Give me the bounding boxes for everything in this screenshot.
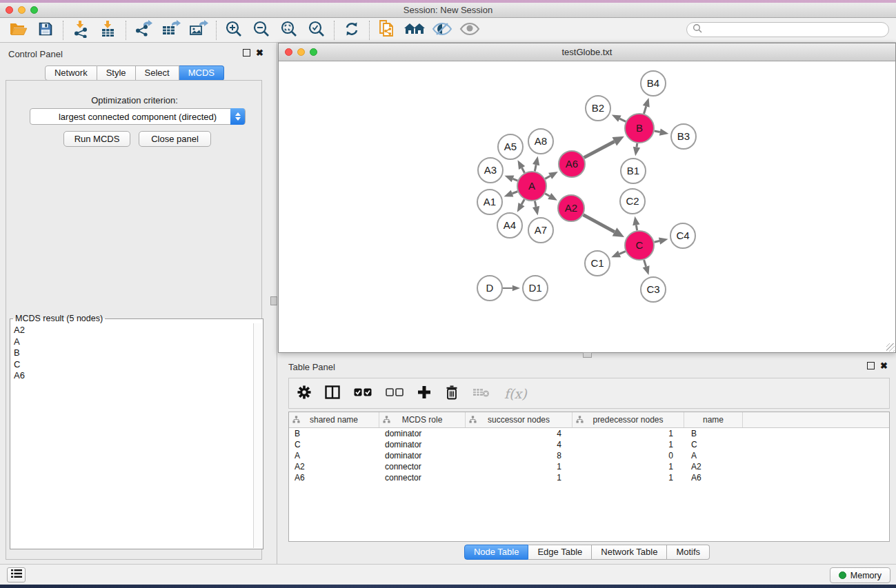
network-minimize-traffic-light[interactable] xyxy=(297,48,305,56)
tab-mcds[interactable]: MCDS xyxy=(179,65,224,81)
show-columns-button[interactable] xyxy=(325,383,340,404)
graph-node-D[interactable]: D xyxy=(477,276,502,301)
graph-edge-A-A1[interactable] xyxy=(504,190,518,197)
table-cell[interactable]: connector xyxy=(379,462,466,472)
graph-edge-A-A7[interactable] xyxy=(532,201,539,216)
zoom-out-button[interactable] xyxy=(248,19,275,41)
table-cell[interactable]: A xyxy=(684,451,743,460)
network-window-titlebar[interactable]: testGlobe.txt xyxy=(279,43,895,61)
close-panel-button[interactable]: Close panel xyxy=(139,131,211,147)
graph-edge-A2-C[interactable] xyxy=(584,215,624,237)
export-table-button[interactable] xyxy=(157,19,185,41)
table-cell[interactable]: dominator xyxy=(379,429,466,438)
graph-node-A[interactable]: A xyxy=(517,172,546,201)
column-header-predecessor-nodes[interactable]: predecessor nodes xyxy=(573,412,684,427)
graph-node-C2[interactable]: C2 xyxy=(620,189,645,214)
table-cell[interactable]: 8 xyxy=(466,451,573,460)
export-image-button[interactable] xyxy=(185,19,212,41)
network-close-traffic-light[interactable] xyxy=(285,48,292,56)
close-table-panel-icon[interactable]: ✖ xyxy=(880,362,888,369)
tab-node-table[interactable]: Node Table xyxy=(464,545,529,560)
table-cell[interactable]: A2 xyxy=(289,462,379,472)
graph-node-C4[interactable]: C4 xyxy=(670,223,695,248)
graph-edge-B-B1[interactable] xyxy=(633,143,640,156)
zoom-fit-button[interactable] xyxy=(275,19,303,41)
hide-selected-button[interactable] xyxy=(428,19,456,41)
table-cell[interactable]: A2 xyxy=(684,462,743,472)
table-row[interactable]: Bdominator41B xyxy=(289,428,889,439)
table-cell[interactable]: A xyxy=(289,451,379,460)
graph-node-A2[interactable]: A2 xyxy=(558,195,584,221)
select-all-button[interactable] xyxy=(354,383,372,404)
mcds-result-item[interactable]: B xyxy=(14,347,254,359)
export-network-button[interactable] xyxy=(130,19,157,41)
window-resize-grip[interactable] xyxy=(886,343,895,352)
tab-edge-table[interactable]: Edge Table xyxy=(528,545,592,560)
unselect-all-button[interactable] xyxy=(386,383,404,404)
tab-network-table[interactable]: Network Table xyxy=(592,545,667,560)
column-header-MCDS-role[interactable]: MCDS role xyxy=(379,412,466,427)
graph-node-A8[interactable]: A8 xyxy=(528,129,553,154)
table-cell[interactable]: dominator xyxy=(379,440,466,449)
graph-node-B1[interactable]: B1 xyxy=(621,159,646,183)
mcds-result-item[interactable]: A6 xyxy=(14,370,254,382)
graph-edge-A-A6[interactable] xyxy=(545,172,558,179)
table-cell[interactable]: 1 xyxy=(466,473,573,483)
graph-node-A6[interactable]: A6 xyxy=(559,151,585,177)
memory-button[interactable]: Memory xyxy=(830,567,890,583)
show-all-button[interactable] xyxy=(456,19,484,41)
table-cell[interactable]: B xyxy=(684,429,743,438)
refresh-layout-button[interactable] xyxy=(338,19,366,41)
graph-edge-A-A3[interactable] xyxy=(505,176,518,183)
delete-table-button-disabled[interactable] xyxy=(472,383,490,404)
table-cell[interactable]: 4 xyxy=(466,429,573,438)
network-canvas[interactable]: B4B2BB3A5A8A6B1A3AA1C2A2A4A7C4CC1C3DD1 xyxy=(279,61,895,352)
graph-node-B3[interactable]: B3 xyxy=(671,124,696,149)
table-cell[interactable]: 4 xyxy=(466,440,573,449)
table-cell[interactable]: 1 xyxy=(573,440,684,449)
graph-edge-A-A4[interactable] xyxy=(517,199,525,212)
mcds-result-item[interactable]: A2 xyxy=(14,325,254,336)
column-header-name[interactable]: name xyxy=(684,412,743,427)
table-cell[interactable]: 1 xyxy=(573,473,684,483)
table-row[interactable]: A2connector11A2 xyxy=(289,461,889,472)
vertical-splitter-handle[interactable] xyxy=(270,296,277,305)
float-table-panel-icon[interactable] xyxy=(867,362,875,369)
table-cell[interactable]: A6 xyxy=(684,473,743,483)
search-input[interactable] xyxy=(706,23,888,37)
graph-edge-A-A2[interactable] xyxy=(545,193,557,201)
graph-edge-A6-B[interactable] xyxy=(584,136,624,158)
save-session-button[interactable] xyxy=(32,19,59,41)
tab-network[interactable]: Network xyxy=(45,65,97,81)
table-settings-button[interactable] xyxy=(297,383,311,404)
mcds-result-item[interactable]: C xyxy=(14,359,254,371)
tab-select[interactable]: Select xyxy=(136,65,179,81)
network-graph[interactable]: B4B2BB3A5A8A6B1A3AA1C2A2A4A7C4CC1C3DD1 xyxy=(279,61,895,352)
table-cell[interactable]: connector xyxy=(379,473,466,483)
table-cell[interactable]: 1 xyxy=(466,462,573,472)
graph-node-B[interactable]: B xyxy=(625,114,654,143)
close-traffic-light[interactable] xyxy=(6,6,13,14)
delete-column-button[interactable] xyxy=(445,383,459,404)
table-row[interactable]: Cdominator41C xyxy=(289,439,889,450)
tab-motifs[interactable]: Motifs xyxy=(667,545,710,560)
float-panel-icon[interactable] xyxy=(243,49,250,57)
table-row[interactable]: A6connector11A6 xyxy=(289,472,889,483)
criterion-dropdown[interactable]: largest connected component (directed) xyxy=(30,108,246,125)
run-mcds-button[interactable]: Run MCDS xyxy=(63,131,130,147)
clone-network-file-button[interactable] xyxy=(373,19,401,41)
graph-node-A7[interactable]: A7 xyxy=(528,218,553,243)
graph-edge-B-B4[interactable] xyxy=(643,98,650,114)
graph-node-D1[interactable]: D1 xyxy=(523,276,548,301)
graph-edge-C-C4[interactable] xyxy=(654,237,668,244)
graph-node-A4[interactable]: A4 xyxy=(497,213,522,238)
graph-edge-B-B3[interactable] xyxy=(655,128,669,135)
graph-node-C1[interactable]: C1 xyxy=(585,251,610,276)
table-cell[interactable]: 0 xyxy=(573,451,684,460)
graph-node-C[interactable]: C xyxy=(625,231,654,260)
minimize-traffic-light[interactable] xyxy=(18,6,26,14)
table-row[interactable]: Adominator80A xyxy=(289,450,889,461)
close-panel-icon[interactable]: ✖ xyxy=(256,49,263,57)
network-zoom-traffic-light[interactable] xyxy=(310,48,317,56)
table-cell[interactable]: A6 xyxy=(289,473,379,483)
